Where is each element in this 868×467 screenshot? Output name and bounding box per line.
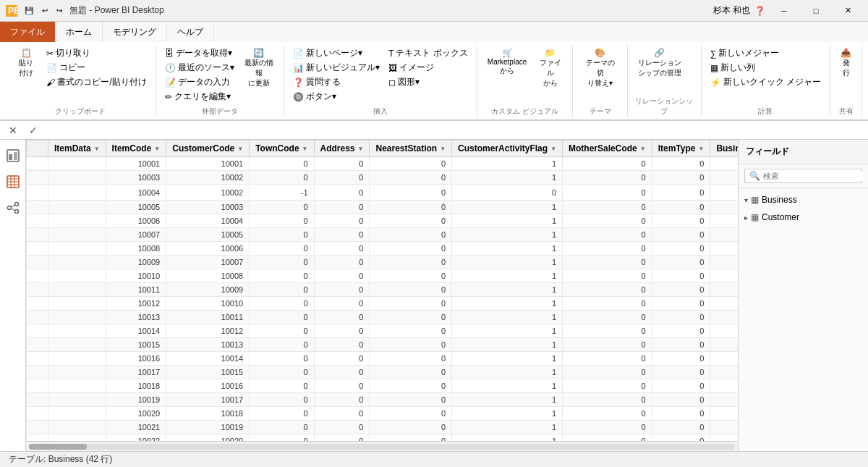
close-btn[interactable]: ✕ xyxy=(833,0,862,22)
field-group-header-business[interactable]: ▾ ▦ Business xyxy=(739,193,868,207)
table-row[interactable]: 10011100090001000 xyxy=(27,283,739,297)
table-row[interactable]: 10014100120001000 xyxy=(27,324,739,338)
col-header-customercode[interactable]: CustomerCode▼ xyxy=(166,140,250,157)
textbox-btn[interactable]: T テキスト ボックス xyxy=(386,46,471,60)
col-header-address[interactable]: Address▼ xyxy=(314,140,370,157)
marketplace-btn[interactable]: 🛒 Marketplaceから xyxy=(483,46,531,77)
tab-help[interactable]: ヘルプ xyxy=(167,22,214,42)
image-btn[interactable]: 🖼 イメージ xyxy=(386,61,471,75)
format-copy-btn[interactable]: 🖌 書式のコピー/貼り付け xyxy=(43,75,149,89)
col-header-customeractivityflag[interactable]: CustomerActivityFlag▼ xyxy=(452,140,563,157)
qa-btn-ribbon[interactable]: ❓ 質問する xyxy=(290,75,383,89)
tab-home[interactable]: ホーム xyxy=(56,22,103,42)
field-search-box: 🔍 xyxy=(744,169,862,183)
refresh-btn[interactable]: 🔄 最新の情報に更新 xyxy=(240,46,278,90)
col-header-neareststation[interactable]: NearestStation▼ xyxy=(370,140,452,157)
field-group-header-customer[interactable]: ▸ ▦ Customer xyxy=(739,210,868,224)
col-header-businesstype[interactable]: BusinessType▼ xyxy=(710,140,738,157)
field-search-input[interactable] xyxy=(763,172,863,180)
data-grid-container[interactable]: ItemData▼ItemCode▼CustomerCode▼TownCode▼… xyxy=(26,140,738,441)
save-quick-btn[interactable]: 💾 xyxy=(22,5,36,16)
new-page-btn[interactable]: 📄 新しいページ▾ xyxy=(290,46,383,60)
table-row[interactable]: 10009100070001000 xyxy=(27,256,739,269)
table-row[interactable]: 10001100010001000 xyxy=(27,157,739,171)
table-row[interactable]: 10007100050001000 xyxy=(27,228,739,242)
undo-btn[interactable]: ↩ xyxy=(39,5,51,16)
scroll-thumb[interactable] xyxy=(29,444,87,450)
horizontal-scrollbar[interactable] xyxy=(26,441,738,451)
ribbon-group-external: 🗄 データを取得▾ 🕐 最近のソース▾ 📝 データの入力 ✏ クエリを編集▾ xyxy=(156,45,284,117)
table-row[interactable]: 10008100060001000 xyxy=(27,242,739,256)
table-row[interactable]: 10013100110001000 xyxy=(27,311,739,324)
table-cell: 0 xyxy=(710,434,738,442)
table-row[interactable]: 10022100200001000 xyxy=(27,434,739,442)
button-btn[interactable]: 🔘 ボタン▾ xyxy=(290,90,383,104)
new-measure-btn[interactable]: ∑ 新しいメジャー xyxy=(707,46,824,60)
table-row[interactable]: 10019100170001000 xyxy=(27,393,739,407)
paste-btn[interactable]: 📋 貼り付け xyxy=(12,46,41,80)
manage-relationship-btn[interactable]: 🔗 リレーションシップの管理 xyxy=(634,46,686,80)
minimize-btn[interactable]: ─ xyxy=(770,0,799,22)
title-bar-left: PBI 💾 ↩ ↪ 無題 - Power BI Desktop xyxy=(6,4,164,17)
table-row[interactable]: 10003100020001000 xyxy=(27,171,739,185)
table-cell: 0 xyxy=(250,214,314,228)
table-cell: 10008 xyxy=(106,242,166,256)
scroll-track xyxy=(29,444,735,450)
ribbon: ファイル ホーム モデリング ヘルプ 📋 貼り付け ✂ 切り取り 📄 xyxy=(0,22,868,121)
share-label: 共有 xyxy=(836,106,856,117)
get-data-btn[interactable]: 🗄 データを取得▾ xyxy=(162,46,237,60)
recent-sources-btn[interactable]: 🕐 最近のソース▾ xyxy=(162,61,237,75)
tab-modeling[interactable]: モデリング xyxy=(103,22,167,42)
nav-data-view[interactable] xyxy=(3,172,23,192)
col-header-itemdata[interactable]: ItemData▼ xyxy=(48,140,106,157)
table-cell: 0 xyxy=(250,242,314,256)
ribbon-group-calculation: ∑ 新しいメジャー ▦ 新しい列 ⚡ 新しいクイック メジャー 計算 xyxy=(702,45,830,117)
table-row[interactable]: 1000410002-10000001CData Driver 開発案件 xyxy=(27,185,739,201)
redo-btn[interactable]: ↪ xyxy=(54,5,65,16)
table-row[interactable]: 10021100190001000 xyxy=(27,421,739,434)
table-row[interactable]: 10020100180001000 xyxy=(27,407,739,421)
new-visual-btn[interactable]: 📊 新しいビジュアル▾ xyxy=(290,61,383,75)
table-row[interactable]: 10006100040001000 xyxy=(27,214,739,228)
quick-measure-btn[interactable]: ⚡ 新しいクイック メジャー xyxy=(707,75,824,89)
nav-report-view[interactable] xyxy=(3,146,23,166)
table-cell: 10016 xyxy=(106,352,166,366)
col-header-itemtype[interactable]: ItemType▼ xyxy=(652,140,710,157)
formula-check[interactable]: ✓ xyxy=(26,125,41,136)
table-row[interactable]: 10018100160001000 xyxy=(27,379,739,393)
svg-rect-3 xyxy=(9,154,12,160)
table-row[interactable]: 10017100150001000 xyxy=(27,366,739,379)
copy-btn[interactable]: 📄 コピー xyxy=(43,61,149,75)
from-file-btn[interactable]: 📁 ファイルから xyxy=(534,46,566,90)
formula-input[interactable] xyxy=(46,125,862,135)
new-column-btn[interactable]: ▦ 新しい列 xyxy=(707,61,824,75)
shape-btn[interactable]: ◻ 図形▾ xyxy=(386,75,471,89)
table-row[interactable]: 10016100140001000 xyxy=(27,352,739,366)
edit-query-btn[interactable]: ✏ クエリを編集▾ xyxy=(162,90,237,104)
col-header-towncode[interactable]: TownCode▼ xyxy=(250,140,314,157)
table-cell: 0 xyxy=(563,201,652,214)
table-cell: 0 xyxy=(250,283,314,297)
help-icon: ❓ xyxy=(754,6,765,16)
table-row[interactable]: 10010100080001000 xyxy=(27,269,739,283)
col-header-itemcode[interactable]: ItemCode▼ xyxy=(106,140,166,157)
cut-btn[interactable]: ✂ 切り取り xyxy=(43,46,149,60)
table-row[interactable]: 10015100130001000 xyxy=(27,338,739,352)
publish-btn[interactable]: 📤 発行 xyxy=(836,46,856,80)
col-header-mothersalecode[interactable]: MotherSaleCode▼ xyxy=(563,140,652,157)
maximize-btn[interactable]: □ xyxy=(801,0,830,22)
table-row[interactable]: 10012100100001000 xyxy=(27,297,739,311)
table-cell: 0 xyxy=(314,269,370,283)
formula-cross[interactable]: ✕ xyxy=(6,125,20,136)
table-cell: 10004 xyxy=(166,214,250,228)
new-measure-icon: ∑ xyxy=(710,49,717,59)
table-cell: 0 xyxy=(314,421,370,434)
tab-file[interactable]: ファイル xyxy=(0,22,56,42)
table-row[interactable]: 10005100030001000 xyxy=(27,201,739,214)
relationship-icon: 🔗 xyxy=(654,48,665,58)
quick-measure-icon: ⚡ xyxy=(710,77,721,88)
theme-btn[interactable]: 🎨 テーマの切り替え▾ xyxy=(579,46,621,90)
enter-data-btn[interactable]: 📝 データの入力 xyxy=(162,75,237,89)
nav-model-view[interactable] xyxy=(3,198,23,218)
table-cell xyxy=(48,421,106,434)
